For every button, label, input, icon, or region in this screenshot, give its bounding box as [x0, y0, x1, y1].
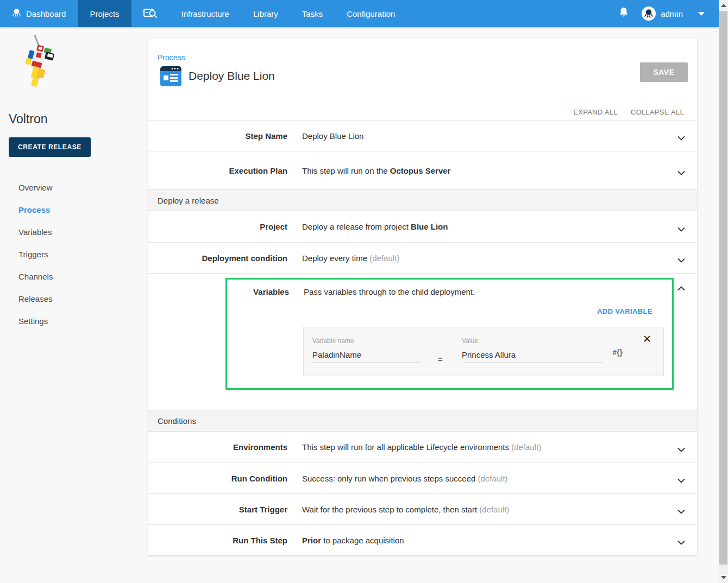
scrollbar-thumb[interactable] — [719, 11, 727, 565]
top-navbar: Dashboard Projects Infrastructure Librar… — [0, 0, 719, 27]
section-header-deploy-a-release: Deploy a release — [148, 189, 697, 211]
expand-all-link[interactable]: EXPAND ALL — [573, 108, 618, 116]
sidebar-item-variables[interactable]: Variables — [0, 221, 148, 243]
row-value: Wait for the previous step to complete, … — [302, 505, 509, 514]
row-start-trigger[interactable]: Start Trigger Wait for the previous step… — [148, 493, 697, 524]
nav-label: Infrastructure — [181, 9, 229, 18]
row-project[interactable]: Project Deploy a release from project Bl… — [148, 211, 697, 242]
nav-item-library[interactable]: Library — [241, 0, 290, 27]
breadcrumb[interactable]: Process — [158, 53, 185, 62]
nav-search-button[interactable] — [131, 0, 170, 27]
account-menu-caret-icon[interactable] — [698, 12, 705, 16]
notifications-button[interactable] — [606, 7, 642, 20]
chevron-down-icon[interactable] — [677, 476, 685, 485]
row-value: This step will run on the Octopus Server — [302, 166, 450, 175]
chevron-down-icon[interactable] — [677, 255, 685, 265]
row-value: Deploy a release from project Blue Lion — [302, 222, 448, 231]
collapse-all-link[interactable]: COLLAPSE ALL — [631, 108, 684, 116]
username-label: admin — [661, 9, 683, 18]
project-sidebar: Voltron CREATE RELEASE Overview Process … — [0, 27, 148, 332]
variable-value-label: Value — [462, 337, 603, 345]
add-variable-button[interactable]: ADD VARIABLE — [597, 307, 652, 315]
sidebar-item-triggers[interactable]: Triggers — [0, 243, 148, 265]
row-label: Run Condition — [148, 474, 287, 483]
row-label: Execution Plan — [148, 166, 287, 175]
row-label: Start Trigger — [148, 505, 287, 514]
save-button[interactable]: SAVE — [640, 62, 688, 82]
nav-label: Library — [253, 9, 278, 18]
step-editor-card: Process Deploy Blue Lion SAVE EXPAND ALL… — [148, 39, 697, 555]
nav-label: Tasks — [302, 9, 323, 18]
chevron-down-icon[interactable] — [677, 445, 685, 454]
row-run-this-step[interactable]: Run This Step Prior to package acquisiti… — [148, 524, 697, 555]
close-icon[interactable]: ✕ — [643, 334, 651, 344]
row-execution-plan[interactable]: Execution Plan This step will run on the… — [148, 151, 697, 189]
section-variables-expanded: Variables Pass variables through to the … — [148, 273, 697, 410]
create-release-button[interactable]: CREATE RELEASE — [9, 137, 91, 157]
sidebar-item-releases[interactable]: Releases — [0, 288, 148, 310]
variable-binding-icon[interactable]: #{} — [612, 348, 623, 357]
row-environments[interactable]: Environments This step will run for all … — [148, 432, 697, 462]
project-logo-image — [21, 35, 148, 100]
variable-name-label: Variable name — [312, 337, 421, 345]
chevron-down-icon[interactable] — [677, 506, 685, 516]
scroll-down-arrow-icon[interactable] — [721, 576, 726, 579]
variables-highlight-box: Variables Pass variables through to the … — [225, 278, 674, 390]
project-name: Voltron — [9, 112, 148, 126]
sidebar-item-settings[interactable]: Settings — [0, 310, 148, 332]
row-value: This step will run for all applicable Li… — [302, 442, 541, 452]
row-run-condition[interactable]: Run Condition Success: only run when pre… — [148, 462, 697, 493]
card-header: Process Deploy Blue Lion SAVE EXPAND ALL… — [148, 39, 697, 120]
nav-item-infrastructure[interactable]: Infrastructure — [170, 0, 241, 27]
nav-item-tasks[interactable]: Tasks — [290, 0, 335, 27]
variable-value-input[interactable] — [462, 349, 603, 363]
row-label: Variables — [227, 287, 289, 296]
row-value: Deploy Blue Lion — [302, 131, 363, 141]
chevron-down-icon[interactable] — [677, 168, 685, 178]
variables-description: Pass variables through to the child depl… — [304, 287, 475, 296]
row-step-name[interactable]: Step Name Deploy Blue Lion — [148, 120, 697, 151]
chevron-down-icon[interactable] — [677, 224, 685, 234]
variable-name-input[interactable] — [312, 349, 421, 363]
nav-item-projects[interactable]: Projects — [78, 0, 131, 27]
row-label: Run This Step — [148, 536, 287, 545]
bell-icon — [619, 7, 629, 20]
section-header-conditions: Conditions — [148, 410, 697, 432]
sidebar-item-channels[interactable]: Channels — [0, 265, 148, 288]
row-label: Deployment condition — [148, 254, 287, 263]
sidebar-item-process[interactable]: Process — [0, 199, 148, 221]
variable-editor-card: Variable name = Value #{} ✕ — [303, 327, 664, 376]
octopus-logo-icon — [12, 8, 21, 19]
equals-sign: = — [438, 354, 443, 364]
nav-label: Dashboard — [26, 9, 66, 18]
nav-label: Configuration — [347, 9, 395, 18]
search-icon — [143, 8, 158, 20]
nav-label: Projects — [90, 9, 119, 18]
avatar[interactable] — [642, 7, 656, 21]
nav-item-configuration[interactable]: Configuration — [335, 0, 407, 27]
row-label: Project — [148, 222, 287, 231]
row-value: Success: only run when previous steps su… — [302, 474, 508, 483]
vertical-scrollbar[interactable] — [719, 0, 728, 583]
chevron-down-icon[interactable] — [677, 537, 685, 547]
row-label: Step Name — [148, 131, 287, 141]
row-value: Deploy every time (default) — [302, 254, 399, 263]
deploy-release-step-icon — [160, 66, 181, 88]
chevron-up-icon[interactable] — [677, 283, 685, 293]
nav-item-dashboard[interactable]: Dashboard — [0, 0, 78, 27]
page-title: Deploy Blue Lion — [189, 69, 275, 83]
sidebar-item-overview[interactable]: Overview — [0, 176, 148, 199]
scroll-up-arrow-icon[interactable] — [721, 4, 726, 7]
row-value: Prior to package acquisition — [302, 536, 404, 545]
chevron-down-icon[interactable] — [677, 133, 685, 143]
row-label: Environments — [148, 442, 287, 452]
row-deployment-condition[interactable]: Deployment condition Deploy every time (… — [148, 242, 697, 273]
